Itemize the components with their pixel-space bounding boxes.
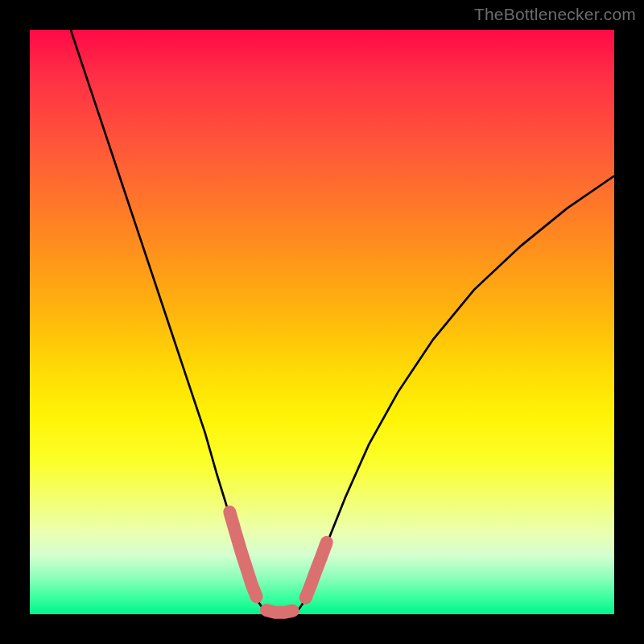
chart-svg [30,30,614,614]
watermark-text: TheBottlenecker.com [474,5,636,24]
plot-area [30,30,614,614]
series-bottleneck-curve [71,30,614,614]
series-marker-cluster-bottom [266,610,293,613]
series-marker-cluster-right [306,543,327,598]
chart-frame: TheBottlenecker.com [0,0,644,644]
series-marker-cluster-left [229,512,256,597]
